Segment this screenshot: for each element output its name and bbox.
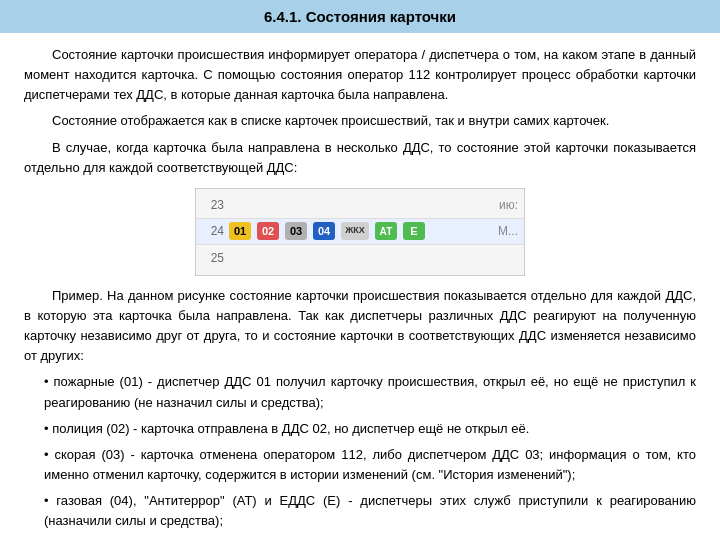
row-number: 23 [202,196,224,215]
content-area: Состояние карточки происшествия информир… [0,33,720,540]
row-month: М... [486,222,518,241]
table-row: 23 ию: [196,193,524,219]
row-number: 25 [202,249,224,268]
paragraph-3: В случае, когда карточка была направлена… [24,138,696,178]
page: 6.4.1. Состояния карточки Состояние карт… [0,0,720,540]
badge-at: АТ [375,222,397,240]
paragraph-4: Пример. На данном рисунке состояние карт… [24,286,696,367]
table-row: 25 [196,245,524,271]
example-image: 23 ию: 24 01 02 03 04 ЖКХ АТ Е М... 25 [195,188,525,276]
row-month: ию: [486,196,518,215]
row-number: 24 [202,222,224,241]
badge-02: 02 [257,222,279,240]
bullet-list: • пожарные (01) - диспетчер ДДС 01 получ… [44,372,696,540]
bullet-item-4: • газовая (04), "Антитеррор" (АТ) и ЕДДС… [44,491,696,531]
bullet-item-1: • пожарные (01) - диспетчер ДДС 01 получ… [44,372,696,412]
badge-jkx: ЖКХ [341,222,369,240]
bullet-item-2: • полиция (02) - карточка отправлена в Д… [44,419,696,439]
paragraph-2: Состояние отображается как в списке карт… [24,111,696,131]
paragraph-1: Состояние карточки происшествия информир… [24,45,696,105]
badge-01: 01 [229,222,251,240]
bullet-item-3: • скорая (03) - карточка отменена операт… [44,445,696,485]
badge-03: 03 [285,222,307,240]
badge-04: 04 [313,222,335,240]
table-row: 24 01 02 03 04 ЖКХ АТ Е М... [196,219,524,245]
badge-e: Е [403,222,425,240]
page-title: 6.4.1. Состояния карточки [0,0,720,33]
